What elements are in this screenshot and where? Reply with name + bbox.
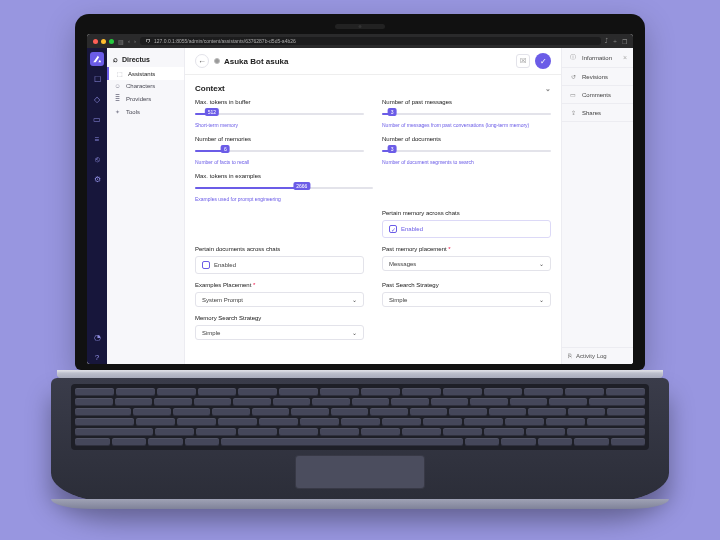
screen: ▥ ‹ › ⛉ 127.0.0.1:8055/admin/content/ass… bbox=[87, 34, 633, 364]
select-examples-placement[interactable]: System Prompt ⌄ bbox=[195, 292, 364, 307]
save-button[interactable]: ✓ bbox=[535, 53, 551, 69]
rail-users-icon[interactable]: ◇ bbox=[90, 92, 104, 106]
shield-icon: ⛉ bbox=[146, 38, 151, 44]
tabs-icon[interactable]: ❐ bbox=[622, 38, 627, 45]
field-pertain-memory: Pertain memory across chats ✓ Enabled bbox=[382, 210, 551, 238]
chevron-down-icon: ⌄ bbox=[352, 329, 357, 336]
slider-max-tokens-buffer[interactable]: 512 bbox=[195, 109, 364, 119]
main-pane: ← Asuka Bot asuka ☒ ✓ Context ⌄ bbox=[185, 48, 561, 364]
nav-label: Providers bbox=[126, 96, 151, 102]
rp-label: Information bbox=[582, 55, 612, 61]
window-minimize-icon[interactable] bbox=[101, 39, 106, 44]
rail-help-icon[interactable]: ? bbox=[90, 350, 104, 364]
laptop-mockup: ▥ ‹ › ⛉ 127.0.0.1:8055/admin/content/ass… bbox=[75, 14, 645, 503]
rp-label: Shares bbox=[582, 110, 601, 116]
select-past-placement[interactable]: Messages ⌄ bbox=[382, 256, 551, 271]
nav-item-providers[interactable]: ≣ Providers bbox=[107, 92, 184, 105]
address-bar[interactable]: ⛉ 127.0.0.1:8055/admin/content/assistant… bbox=[140, 37, 601, 45]
field-label: Max. tokens in buffer bbox=[195, 99, 364, 105]
wifi-icon: ⌕ bbox=[113, 55, 118, 64]
share-icon: ⇪ bbox=[568, 109, 578, 116]
rp-revisions[interactable]: ↺ Revisions bbox=[562, 68, 633, 86]
rp-activity-log[interactable]: ⎘ Activity Log bbox=[562, 347, 633, 364]
rail-settings-icon[interactable]: ⚙ bbox=[90, 172, 104, 186]
brand-name: Directus bbox=[122, 56, 150, 63]
page-title: Asuka Bot asuka bbox=[214, 57, 288, 66]
field-hint: Number of messages from past conversatio… bbox=[382, 122, 551, 128]
close-icon[interactable]: × bbox=[623, 54, 627, 61]
field-label: Examples Placement bbox=[195, 282, 364, 288]
checkbox-pertain-memory[interactable]: ✓ Enabled bbox=[382, 220, 551, 238]
rail-insights-icon[interactable]: ≡ bbox=[90, 132, 104, 146]
field-documents: Number of documents 3 Number of document… bbox=[382, 136, 551, 165]
field-label: Number of past messages bbox=[382, 99, 551, 105]
slider-past-messages[interactable]: 3 bbox=[382, 109, 551, 119]
window-close-icon[interactable] bbox=[93, 39, 98, 44]
chevron-down-icon: ⌄ bbox=[545, 85, 551, 93]
rp-label: Comments bbox=[582, 92, 611, 98]
nav-forward-icon[interactable]: › bbox=[134, 38, 136, 44]
nav-item-characters[interactable]: ☺ Characters bbox=[107, 80, 184, 92]
field-label: Number of documents bbox=[382, 136, 551, 142]
add-tab-icon[interactable]: ＋ bbox=[612, 37, 618, 46]
archive-button[interactable]: ☒ bbox=[516, 54, 530, 68]
rp-footer-label: Activity Log bbox=[576, 353, 607, 359]
nav-label: Assistants bbox=[128, 71, 155, 77]
field-hint: Number of facts to recall bbox=[195, 159, 364, 165]
select-value: Messages bbox=[389, 261, 416, 267]
rp-comments[interactable]: ▭ Comments bbox=[562, 86, 633, 104]
cube-icon: ⬚ bbox=[115, 70, 124, 77]
rail-docs-icon[interactable]: ⎋ bbox=[90, 152, 104, 166]
info-icon: ⓘ bbox=[568, 53, 578, 62]
laptop-bezel: ▥ ‹ › ⛉ 127.0.0.1:8055/admin/content/ass… bbox=[75, 14, 645, 370]
share-icon[interactable]: ⤴ bbox=[605, 38, 608, 44]
page-title-text: Asuka Bot asuka bbox=[224, 57, 288, 66]
laptop-deck bbox=[51, 378, 669, 503]
field-hint: Number of document segments to search bbox=[382, 159, 551, 165]
nav-back-icon[interactable]: ‹ bbox=[128, 38, 130, 44]
slider-max-tokens-examples[interactable]: 2666 bbox=[195, 183, 373, 193]
rail-content-icon[interactable]: ☐ bbox=[90, 72, 104, 86]
window-zoom-icon[interactable] bbox=[109, 39, 114, 44]
laptop-hinge bbox=[57, 370, 663, 378]
field-past-placement: Past memory placement Messages ⌄ bbox=[382, 246, 551, 274]
field-label: Past memory placement bbox=[382, 246, 551, 252]
rp-shares[interactable]: ⇪ Shares bbox=[562, 104, 633, 122]
field-examples-placement: Examples Placement System Prompt ⌄ bbox=[195, 282, 364, 307]
nav-label: Characters bbox=[126, 83, 155, 89]
app-shell: ☐ ◇ ▭ ≡ ⎋ ⚙ ◔ ? ⌕ Directus bbox=[87, 48, 633, 364]
sidebar-toggle-icon[interactable]: ▥ bbox=[118, 38, 124, 45]
slider-badge: 6 bbox=[221, 145, 230, 153]
slider-documents[interactable]: 3 bbox=[382, 146, 551, 156]
back-button[interactable]: ← bbox=[195, 54, 209, 68]
stack-icon: ≣ bbox=[113, 95, 122, 102]
section-context[interactable]: Context ⌄ bbox=[195, 81, 551, 99]
slider-memories[interactable]: 6 bbox=[195, 146, 364, 156]
window-traffic-lights[interactable] bbox=[93, 39, 114, 44]
slider-badge: 512 bbox=[205, 108, 219, 116]
chevron-down-icon: ⌄ bbox=[352, 296, 357, 303]
log-icon: ⎘ bbox=[568, 353, 572, 359]
section-title-text: Context bbox=[195, 84, 225, 93]
rp-information[interactable]: ⓘ Information × bbox=[562, 48, 633, 68]
checkbox-pertain-docs[interactable]: Enabled bbox=[195, 256, 364, 274]
field-hint: Short-term memory bbox=[195, 122, 364, 128]
nav-item-tools[interactable]: ✦ Tools bbox=[107, 105, 184, 118]
select-value: Simple bbox=[202, 330, 220, 336]
rail-files-icon[interactable]: ▭ bbox=[90, 112, 104, 126]
checkbox-icon bbox=[202, 261, 210, 269]
rp-label: Revisions bbox=[582, 74, 608, 80]
select-past-search[interactable]: Simple ⌄ bbox=[382, 292, 551, 307]
nav-label: Tools bbox=[126, 109, 140, 115]
field-label: Pertain documents across chats bbox=[195, 246, 364, 252]
nav-item-assistants[interactable]: ⬚ Assistants bbox=[107, 67, 184, 80]
select-value: Simple bbox=[389, 297, 407, 303]
field-max-tokens-buffer: Max. tokens in buffer 512 Short-term mem… bbox=[195, 99, 364, 128]
rail-notifications-icon[interactable]: ◔ bbox=[90, 330, 104, 344]
module-rail: ☐ ◇ ▭ ≡ ⎋ ⚙ ◔ ? bbox=[87, 48, 107, 364]
select-memory-search[interactable]: Simple ⌄ bbox=[195, 325, 364, 340]
brand-logo-icon[interactable] bbox=[90, 52, 104, 66]
laptop-camera-notch bbox=[335, 24, 385, 29]
field-past-search: Past Search Strategy Simple ⌄ bbox=[382, 282, 551, 307]
field-label: Max. tokens in examples bbox=[195, 173, 373, 179]
